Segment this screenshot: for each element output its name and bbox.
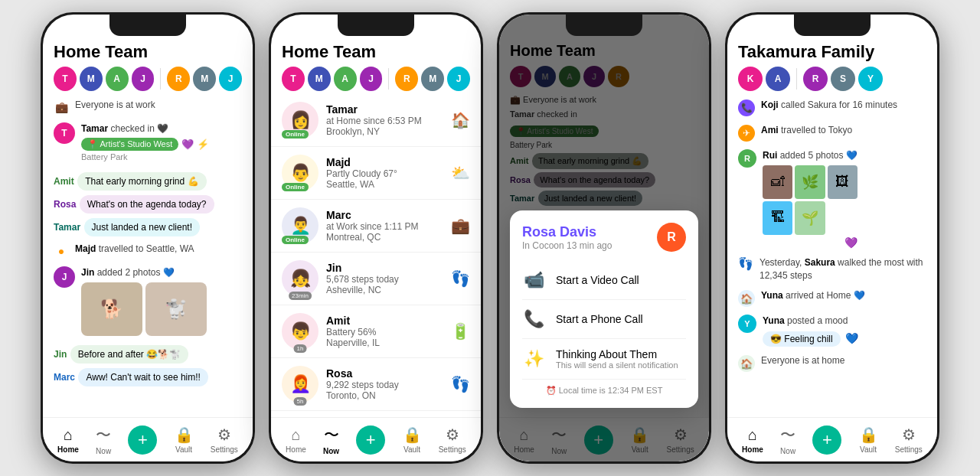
nav-home[interactable]: ⌂ Home [57,426,79,454]
avatar: R [395,67,418,91]
home-status-text: Everyone is at home [761,354,844,367]
nav-add-button[interactable]: + [128,425,157,455]
now-info: Majd Partly Cloudy 67° Seattle, WA [326,156,443,190]
sender-name: Amit [54,176,74,187]
mood-row: 😎 Feeling chill 💙 [763,330,858,347]
phone4-title: Takamura Family [738,42,926,62]
nav-now[interactable]: 〜 Now [96,425,111,455]
travel-text: Ami travelled to Tokyo [761,124,852,137]
checkin-text: Tamar checked in 🖤 [81,122,209,135]
activity-yuna-home: 🏠 Yuna arrived at Home 💙 [738,289,926,307]
popup-card: Rosa Davis In Cocoon 13 min ago R 📹 Star… [510,210,698,408]
action-label: Thinking About Them [556,348,678,360]
photo-grid: 🐕 🐩 [81,282,207,336]
phone4-header: Takamura Family K A R S Y [727,36,937,94]
nav-settings[interactable]: ⚙ Settings [895,425,923,454]
activity-koji-call: 📞 Koji called Sakura for 16 minutes [738,99,926,116]
avatar: J [219,67,242,91]
nav-home-label: Home [57,445,79,454]
steps-icon: 👣 [451,375,470,393]
chat-jin: Jin Before and after 😂🐕🐩 [54,344,242,364]
thinking-action[interactable]: ✨ Thinking About Them This will send a s… [522,339,686,380]
nav-now[interactable]: 〜 Now [323,425,339,455]
sender-name: Marc [54,372,75,383]
nav-vault[interactable]: 🔒 Vault [403,425,422,454]
nav-now-label: Now [323,447,339,455]
home-icon: ⌂ [64,426,73,444]
vault-icon: 🔒 [175,425,194,444]
chat-amit: Amit That early morning grind 💪 [54,171,242,191]
nav-home[interactable]: ⌂ Home [742,426,763,454]
notch-2 [338,15,414,36]
video-call-action[interactable]: 📹 Start a Video Call [522,261,686,300]
phone1-feed: 💼 Everyone is at work T Tamar checked in… [43,94,253,417]
phone2-avatars: T M A J R M J [282,67,470,91]
nav-add-button[interactable]: + [356,425,385,455]
nav-add-button[interactable]: + [812,425,841,455]
nav-settings[interactable]: ⚙ Settings [439,425,466,454]
nav-settings[interactable]: ⚙ Settings [211,425,238,454]
avatar: S [831,67,855,91]
sublocation: Battery Park [81,152,209,163]
avatar: Y [858,67,883,91]
avatar: R [738,149,756,168]
online-badge: Online [282,130,309,139]
now-location: Asheville, NC [326,285,443,295]
phone1-header: Home Team T M A J R M J [43,36,253,94]
photos-content: Jin added 2 photos 💙 🐕 🐩 [81,266,207,336]
now-item-rosa[interactable]: 👩‍🦰 5h Rosa 9,292 steps today Toronto, O… [271,358,481,411]
sparkle-icon: ✨ [522,349,545,369]
activity-everyone-home: 🏠 Everyone is at home [738,354,926,372]
divider [388,68,389,90]
phone-call-text: Start a Phone Call [556,313,643,325]
now-item-tamar[interactable]: 👩 Online Tamar at Home since 6:53 PM Bro… [271,94,481,147]
home-text: Yuna arrived at Home 💙 [761,289,865,302]
now-item-jin[interactable]: 👧 23min Jin 5,678 steps today Asheville,… [271,253,481,305]
photo: 🏗 [763,201,792,235]
photos-text: Rui added 5 photos 💙 [763,149,858,162]
settings-icon: ⚙ [446,425,459,444]
avatar: J [54,266,75,288]
photo-thumb: 🐩 [145,282,207,336]
home-status-icon: 🏠 [738,355,755,372]
nav-now-label: Now [96,447,111,455]
now-info: Amit Battery 56% Naperville, IL [326,315,443,348]
notch-1 [109,15,186,36]
mood-pill: 😎 Feeling chill [763,331,841,347]
divider [160,68,161,90]
nav-vault[interactable]: 🔒 Vault [175,425,194,454]
nav-settings-label: Settings [895,445,923,454]
nav-home[interactable]: ⌂ Home [286,426,306,454]
nav-now[interactable]: 〜 Now [780,425,795,455]
now-status-icon: 👣 [451,269,470,288]
now-item-amit[interactable]: 👦 1h Amit Battery 56% Naperville, IL 🔋 [271,305,481,358]
pulse-icon: 〜 [780,425,795,445]
photo: 🛋 [763,165,792,199]
feed-item-photos: J Jin added 2 photos 💙 🐕 🐩 [54,266,242,336]
photo-inner: 🐩 [145,282,207,336]
chat-bubble: Just landed a new client! [84,218,200,236]
home-icon: ⌂ [748,426,757,444]
now-name: Rosa [326,367,443,380]
settings-icon: ⚙ [217,425,231,444]
now-location: Seattle, WA [326,179,443,190]
avatar: M [421,67,444,91]
time-badge: 23min [289,292,312,300]
phone4-feed: 📞 Koji called Sakura for 16 minutes ✈ Am… [727,94,937,417]
photos-text: Jin added 2 photos 💙 [81,266,207,279]
now-item-marc[interactable]: 👨‍🦱 Online Marc at Work since 1:11 PM Mo… [271,200,481,253]
now-item-majd[interactable]: 👨 Online Majd Partly Cloudy 67° Seattle,… [271,147,481,200]
now-location: Montreal, QC [326,232,443,243]
avatar: A [766,67,790,91]
home-icon: 🏠 [738,290,755,307]
popup-sub: In Cocoon 13 min ago [522,240,612,251]
bottom-nav-1: ⌂ Home 〜 Now + 🔒 Vault ⚙ Settings [43,417,253,461]
mood-heart: 💙 [845,332,858,344]
phone-call-action[interactable]: 📞 Start a Phone Call [522,300,686,339]
now-avatar: 👨‍🦱 Online [282,207,318,244]
nav-vault[interactable]: 🔒 Vault [859,425,878,454]
chat-rosa: Rosa What's on the agenda today? [54,194,242,214]
nav-vault-label: Vault [175,445,192,454]
pulse-icon: 〜 [96,425,111,445]
now-location: Toronto, ON [326,390,443,401]
